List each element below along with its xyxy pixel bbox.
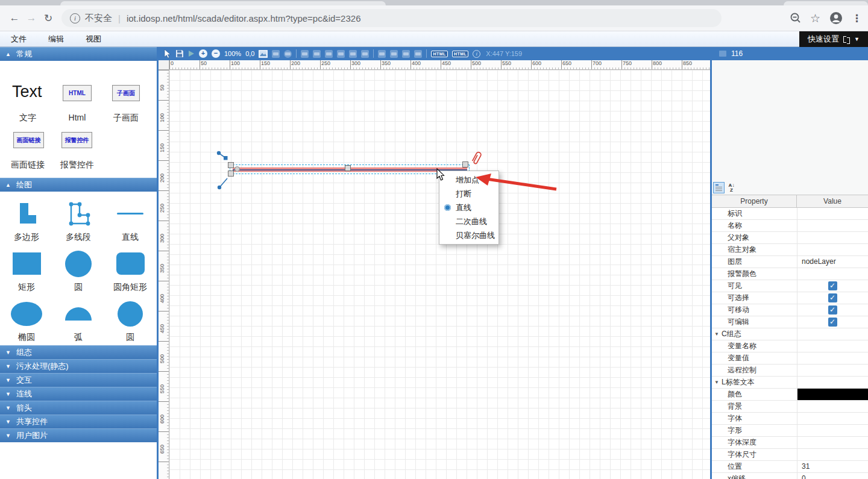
- distribute-h-icon[interactable]: [402, 50, 410, 58]
- property-row[interactable]: 宿主对象: [712, 244, 868, 256]
- property-row[interactable]: 字形: [712, 425, 868, 437]
- same-width-icon[interactable]: [378, 50, 386, 58]
- property-value[interactable]: [797, 244, 868, 255]
- menu-file[interactable]: 文件: [0, 31, 37, 46]
- categorized-view-button[interactable]: [713, 182, 725, 193]
- property-value[interactable]: [797, 352, 868, 364]
- palette-section-general[interactable]: ▲ 常规: [0, 47, 157, 61]
- palette-section-collapsed-2[interactable]: ▼交互: [0, 373, 157, 387]
- forward-icon[interactable]: →: [23, 12, 40, 24]
- bookmark-star-icon[interactable]: ☆: [810, 11, 820, 25]
- resize-handle[interactable]: [462, 161, 468, 167]
- property-value[interactable]: [797, 437, 868, 448]
- property-value[interactable]: 0: [797, 473, 868, 479]
- property-row[interactable]: 可移动✓: [712, 304, 868, 316]
- property-value[interactable]: [797, 232, 868, 243]
- browser-tab[interactable]: [784, 1, 868, 5]
- property-value[interactable]: [797, 220, 868, 231]
- property-row[interactable]: 位置31: [712, 461, 868, 473]
- color-swatch[interactable]: [797, 389, 868, 400]
- property-value[interactable]: [797, 328, 868, 340]
- checkbox-checked-icon[interactable]: ✓: [828, 318, 837, 327]
- property-row[interactable]: 变量值: [712, 352, 868, 365]
- html-tool[interactable]: HTML: [63, 85, 92, 101]
- property-value[interactable]: ✓: [797, 292, 868, 304]
- align-right-icon[interactable]: [325, 50, 333, 58]
- subscreen-tool[interactable]: 子画面: [112, 85, 140, 101]
- property-value[interactable]: [797, 413, 868, 424]
- property-row[interactable]: 父对象: [712, 232, 868, 244]
- palette-section-collapsed-0[interactable]: ▼组态: [0, 345, 157, 359]
- line-tool[interactable]: 直线: [104, 195, 156, 245]
- align-top-icon[interactable]: [337, 50, 345, 58]
- property-row[interactable]: 字体尺寸: [712, 449, 868, 461]
- design-canvas[interactable]: 增加点打断直线二次曲线贝塞尔曲线: [169, 70, 710, 479]
- property-row[interactable]: 颜色: [712, 389, 868, 401]
- property-value[interactable]: ✓: [797, 280, 868, 292]
- checkbox-checked-icon[interactable]: ✓: [828, 305, 837, 315]
- property-row[interactable]: 可编辑✓: [712, 316, 868, 328]
- context-menu-item-4[interactable]: 贝塞尔曲线: [439, 228, 498, 242]
- checkbox-checked-icon[interactable]: ✓: [828, 293, 837, 302]
- context-menu-item-3[interactable]: 二次曲线: [439, 214, 498, 228]
- midpoint-handle[interactable]: [345, 165, 351, 171]
- align-bottom-icon[interactable]: [361, 50, 369, 58]
- zoom-out-icon[interactable]: −: [212, 49, 220, 58]
- html-export-button[interactable]: HTML: [452, 51, 468, 57]
- arc-tool[interactable]: 弧: [52, 295, 104, 345]
- property-section-row[interactable]: ▼C组态: [712, 328, 868, 340]
- reload-icon[interactable]: ↻: [40, 12, 57, 25]
- property-row[interactable]: 报警颜色: [712, 268, 868, 280]
- same-height-icon[interactable]: [390, 50, 398, 58]
- property-value[interactable]: [797, 208, 868, 219]
- quick-settings-button[interactable]: 快速设置 ▼: [799, 31, 868, 47]
- property-row[interactable]: 字体深度: [712, 437, 868, 449]
- align-middle-icon[interactable]: [349, 50, 357, 58]
- snapshot-icon[interactable]: [259, 50, 268, 58]
- context-menu-item-2[interactable]: 直线: [439, 201, 498, 214]
- checkbox-checked-icon[interactable]: ✓: [828, 281, 837, 290]
- group-icon[interactable]: [272, 50, 280, 58]
- run-icon[interactable]: [188, 50, 195, 57]
- circle-tool[interactable]: 圆: [52, 245, 104, 295]
- browser-zoom-icon[interactable]: [790, 12, 802, 24]
- endpoint-handle[interactable]: [234, 166, 240, 172]
- property-row[interactable]: 标识: [712, 208, 868, 220]
- alarm-control-tool[interactable]: 报警控件: [61, 132, 92, 148]
- pointer-tool-icon[interactable]: [163, 49, 171, 58]
- property-value[interactable]: ✓: [797, 316, 868, 328]
- palette-section-collapsed-4[interactable]: ▼箭头: [0, 401, 157, 415]
- text-tool[interactable]: Text: [12, 83, 42, 101]
- browser-menu-icon[interactable]: ⋮: [852, 12, 862, 25]
- polygon-tool[interactable]: 多边形: [1, 195, 52, 245]
- menu-view[interactable]: 视图: [75, 31, 112, 46]
- palette-section-collapsed-1[interactable]: ▼污水处理(静态): [0, 359, 157, 373]
- property-row[interactable]: 背景: [712, 401, 868, 413]
- profile-avatar-icon[interactable]: [829, 11, 843, 25]
- palette-section-draw[interactable]: ▲ 绘图: [0, 178, 157, 192]
- menu-edit[interactable]: 编辑: [37, 31, 75, 46]
- html-view-button[interactable]: HTML: [431, 51, 447, 57]
- property-section-row[interactable]: ▼L标签文本: [712, 377, 868, 389]
- property-row[interactable]: 可见✓: [712, 280, 868, 292]
- alphabetical-sort-button[interactable]: A↓Z: [726, 182, 737, 193]
- page-info-icon[interactable]: i: [70, 13, 80, 23]
- align-center-icon[interactable]: [313, 50, 321, 58]
- zoom-in-icon[interactable]: +: [199, 49, 207, 58]
- property-value[interactable]: [797, 268, 868, 280]
- property-row[interactable]: 可选择✓: [712, 292, 868, 304]
- save-icon[interactable]: [175, 49, 184, 58]
- property-row[interactable]: 名称: [712, 220, 868, 232]
- property-value[interactable]: [797, 425, 868, 436]
- property-value[interactable]: [797, 340, 868, 352]
- property-row[interactable]: 变量名称: [712, 340, 868, 352]
- palette-section-collapsed-6[interactable]: ▼用户图片: [0, 428, 157, 442]
- rect-tool[interactable]: 矩形: [1, 245, 52, 295]
- polyline-tool[interactable]: 多线段: [52, 195, 104, 245]
- palette-section-collapsed-3[interactable]: ▼连线: [0, 387, 157, 401]
- rounded-rect-tool[interactable]: 圆角矩形: [104, 245, 156, 295]
- ellipse-tool[interactable]: 椭圆: [1, 295, 52, 345]
- address-bar[interactable]: i 不安全 | iot.idosp.net/html/scada/editor.…: [61, 9, 722, 27]
- property-row[interactable]: x偏移0: [712, 473, 868, 479]
- palette-section-collapsed-5[interactable]: ▼共享控件: [0, 415, 157, 428]
